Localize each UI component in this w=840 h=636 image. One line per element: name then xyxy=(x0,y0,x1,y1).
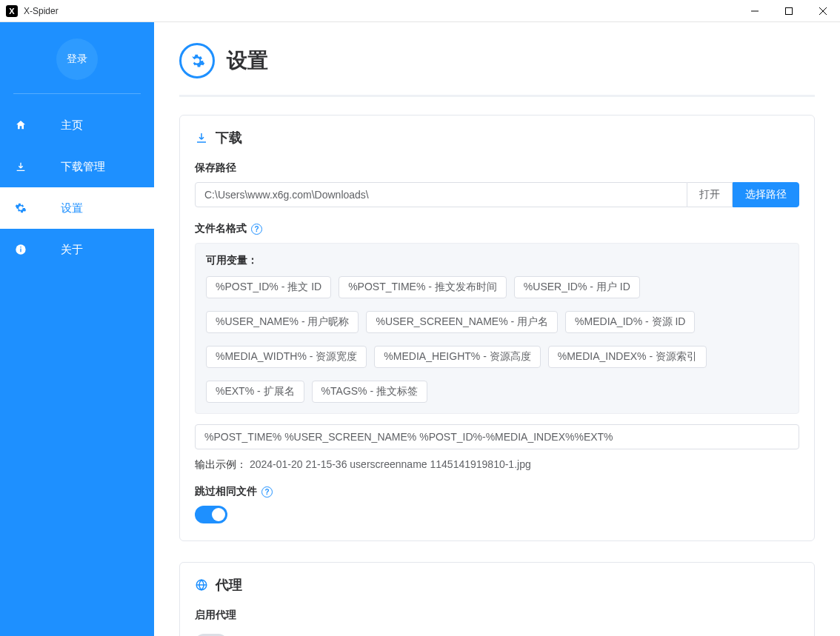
sidebar-item-label: 下载管理 xyxy=(61,160,105,174)
window-title: X-Spider xyxy=(24,6,59,16)
globe-icon xyxy=(195,578,208,592)
svg-rect-1 xyxy=(786,7,793,14)
variable-chip[interactable]: %USER_NAME% - 用户昵称 xyxy=(206,311,359,333)
window-controls xyxy=(738,0,840,22)
skip-same-label: 跳过相同文件 ? xyxy=(195,485,799,498)
variable-chip[interactable]: %POST_TIME% - 推文发布时间 xyxy=(339,276,507,298)
variable-chip[interactable]: %MEDIA_HEIGHT% - 资源高度 xyxy=(374,346,540,368)
download-icon xyxy=(195,131,208,144)
save-path-label: 保存路径 xyxy=(195,161,799,175)
variable-chip[interactable]: %POST_ID% - 推文 ID xyxy=(206,276,331,298)
filename-format-label: 文件名格式 ? xyxy=(195,222,799,235)
page-header: 设置 xyxy=(179,43,815,97)
variable-chip[interactable]: %MEDIA_ID% - 资源 ID xyxy=(565,311,695,333)
variable-chip[interactable]: %USER_SCREEN_NAME% - 用户名 xyxy=(366,311,558,333)
save-path-input[interactable] xyxy=(195,182,687,207)
variable-chip[interactable]: %MEDIA_WIDTH% - 资源宽度 xyxy=(206,346,367,368)
svg-rect-6 xyxy=(20,247,21,247)
choose-path-button[interactable]: 选择路径 xyxy=(733,182,799,207)
card-title: 下载 xyxy=(216,129,242,147)
sidebar-item-label: 主页 xyxy=(61,118,83,133)
download-icon xyxy=(13,161,28,173)
variable-chip[interactable]: %TAGS% - 推文标签 xyxy=(312,381,427,403)
svg-rect-5 xyxy=(20,249,21,252)
sidebar-item-label: 关于 xyxy=(61,243,83,257)
content-scroll[interactable]: 设置 下载 保存路径 打开 选择路径 文件名格式 ? xyxy=(154,22,840,636)
login-button[interactable]: 登录 xyxy=(56,39,98,80)
gear-icon xyxy=(13,202,28,214)
sidebar-item-home[interactable]: 主页 xyxy=(0,104,154,146)
skip-same-label-text: 跳过相同文件 xyxy=(195,485,257,498)
help-icon[interactable]: ? xyxy=(261,486,273,498)
minimize-button[interactable] xyxy=(738,0,772,22)
close-button[interactable] xyxy=(806,0,840,22)
variable-chip[interactable]: %MEDIA_INDEX% - 资源索引 xyxy=(548,346,707,368)
variable-chip[interactable]: %USER_ID% - 用户 ID xyxy=(514,276,640,298)
help-icon[interactable]: ? xyxy=(251,224,262,235)
filename-pattern-input[interactable] xyxy=(195,424,799,449)
page-title: 设置 xyxy=(227,47,268,75)
sidebar-item-label: 设置 xyxy=(61,201,83,215)
app-logo: X xyxy=(6,5,18,17)
download-card: 下载 保存路径 打开 选择路径 文件名格式 ? 可用变量： %POST_ID% … xyxy=(179,115,815,541)
maximize-button[interactable] xyxy=(772,0,806,22)
variables-panel: 可用变量： %POST_ID% - 推文 ID %POST_TIME% - 推文… xyxy=(195,243,799,414)
titlebar: X X-Spider xyxy=(0,0,840,22)
proxy-card: 代理 启用代理 代理地址 xyxy=(179,562,815,636)
sidebar-divider xyxy=(13,93,141,94)
enable-proxy-label: 启用代理 xyxy=(195,609,799,622)
skip-same-toggle[interactable] xyxy=(195,506,227,523)
sidebar-item-downloads[interactable]: 下载管理 xyxy=(0,146,154,187)
sidebar: 登录 主页 下载管理 设置 关于 xyxy=(0,22,154,636)
sidebar-item-settings[interactable]: 设置 xyxy=(0,187,154,229)
output-example-label: 输出示例： xyxy=(195,458,247,470)
gear-icon xyxy=(179,43,215,78)
variable-chip[interactable]: %EXT% - 扩展名 xyxy=(206,381,304,403)
card-title: 代理 xyxy=(216,576,242,594)
open-button[interactable]: 打开 xyxy=(687,182,733,207)
filename-format-label-text: 文件名格式 xyxy=(195,222,247,235)
home-icon xyxy=(13,119,28,131)
output-example: 输出示例： 2024-01-20 21-15-36 userscreenname… xyxy=(195,458,799,472)
sidebar-item-about[interactable]: 关于 xyxy=(0,229,154,270)
output-example-value: 2024-01-20 21-15-36 userscreenname 11451… xyxy=(250,458,531,470)
info-icon xyxy=(13,244,28,255)
variables-title: 可用变量： xyxy=(206,254,788,267)
